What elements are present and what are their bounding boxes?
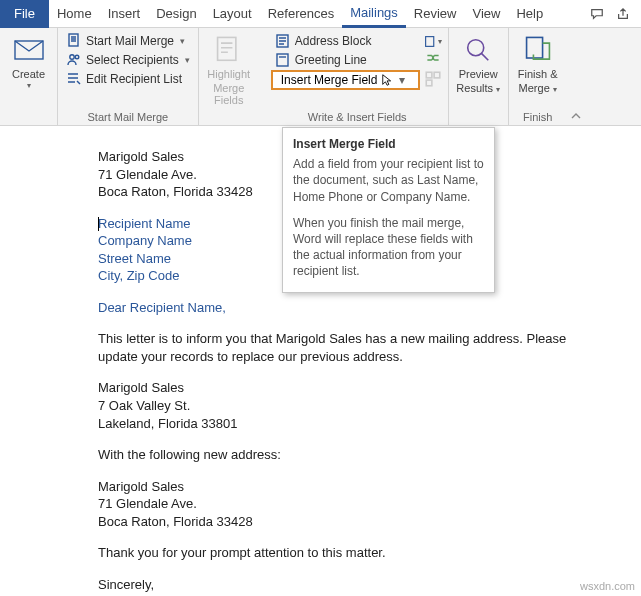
svg-rect-11 <box>426 80 432 86</box>
insert-merge-field-label: Insert Merge Field <box>281 73 378 87</box>
address-block-button[interactable]: Address Block <box>271 32 420 50</box>
ribbon: Create ▾ Start Mail Merge▾ Select Recipi… <box>0 28 641 126</box>
svg-rect-10 <box>434 72 440 78</box>
highlight-label-1: Highlight <box>207 68 250 80</box>
group-finish: Finish & Merge ▾ Finish <box>509 28 567 125</box>
group-highlight: Highlight Merge Fields <box>199 28 267 125</box>
svg-point-12 <box>468 40 484 56</box>
group-write-label: Write & Insert Fields <box>271 109 444 125</box>
svg-point-2 <box>70 55 74 59</box>
tab-home[interactable]: Home <box>49 0 100 28</box>
preview-label-2: Results <box>456 82 493 94</box>
tab-insert[interactable]: Insert <box>100 0 149 28</box>
highlight-merge-fields-button: Highlight Merge Fields <box>203 30 255 109</box>
list-edit-icon <box>66 71 82 87</box>
share-icon[interactable] <box>611 3 635 25</box>
document-icon <box>66 33 82 49</box>
magnifier-icon <box>462 34 494 66</box>
tab-bar: File Home Insert Design Layout Reference… <box>0 0 641 28</box>
comments-icon[interactable] <box>585 3 609 25</box>
tooltip-paragraph-1: Add a field from your recipient list to … <box>293 156 484 205</box>
start-mail-merge-button[interactable]: Start Mail Merge▾ <box>62 32 194 50</box>
file-tab[interactable]: File <box>0 0 49 28</box>
svg-rect-13 <box>526 37 542 58</box>
collapse-ribbon-button[interactable] <box>567 28 585 126</box>
match-fields-button[interactable] <box>424 52 442 68</box>
greeting-icon <box>275 52 291 68</box>
old-name: Marigold Sales <box>98 379 641 397</box>
followup-line: With the following new address: <box>98 446 641 464</box>
select-recipients-button[interactable]: Select Recipients▾ <box>62 51 194 69</box>
tab-references[interactable]: References <box>260 0 342 28</box>
edit-recipient-list-label: Edit Recipient List <box>86 72 182 86</box>
tab-layout[interactable]: Layout <box>205 0 260 28</box>
address-block-icon <box>275 33 291 49</box>
group-create-label <box>4 109 53 125</box>
group-start-mail-merge: Start Mail Merge▾ Select Recipients▾ Edi… <box>58 28 199 125</box>
create-label: Create <box>12 68 45 80</box>
new-address-block: Marigold Sales 71 Glendale Ave. Boca Rat… <box>98 478 641 531</box>
group-start-label: Start Mail Merge <box>62 109 194 125</box>
group-finish-label: Finish <box>513 109 563 125</box>
preview-results-button[interactable]: Preview Results ▾ <box>453 30 504 109</box>
tab-help[interactable]: Help <box>508 0 551 28</box>
new-name: Marigold Sales <box>98 478 641 496</box>
new-city: Boca Raton, Florida 33428 <box>98 513 641 531</box>
closing-line: Sincerely, <box>98 576 641 594</box>
thanks-line: Thank you for your prompt attention to t… <box>98 544 641 562</box>
group-create: Create ▾ <box>0 28 58 125</box>
tooltip-title: Insert Merge Field <box>293 136 484 152</box>
address-block-label: Address Block <box>295 34 372 48</box>
finish-merge-button[interactable]: Finish & Merge ▾ <box>513 30 563 109</box>
svg-rect-9 <box>426 72 432 78</box>
finish-label-2: Merge <box>519 82 550 94</box>
greeting-line-label: Greeting Line <box>295 53 367 67</box>
people-icon <box>66 52 82 68</box>
insert-merge-field-tooltip: Insert Merge Field Add a field from your… <box>282 127 495 293</box>
tooltip-paragraph-2: When you finish the mail merge, Word wil… <box>293 215 484 280</box>
tab-review[interactable]: Review <box>406 0 465 28</box>
start-mail-merge-label: Start Mail Merge <box>86 34 174 48</box>
group-preview: Preview Results ▾ <box>449 28 509 125</box>
group-write-insert: Address Block Greeting Line Insert Merge… <box>267 28 449 125</box>
preview-label-1: Preview <box>459 68 498 80</box>
old-street: 7 Oak Valley St. <box>98 397 641 415</box>
svg-rect-4 <box>217 37 235 60</box>
old-address-block: Marigold Sales 7 Oak Valley St. Lakeland… <box>98 379 641 432</box>
body-paragraph-1: This letter is to inform you that Marigo… <box>98 330 608 365</box>
envelope-icon <box>13 34 45 66</box>
tab-design[interactable]: Design <box>148 0 204 28</box>
svg-rect-1 <box>69 34 78 46</box>
field-recipient: Recipient Name <box>98 216 191 231</box>
svg-rect-8 <box>425 36 433 46</box>
highlight-icon <box>213 34 245 66</box>
insert-merge-field-button[interactable]: Insert Merge Field ▾ <box>271 70 420 90</box>
create-button[interactable]: Create ▾ <box>4 30 53 109</box>
tab-mailings[interactable]: Mailings <box>342 0 406 28</box>
old-city: Lakeland, Florida 33801 <box>98 415 641 433</box>
edit-recipient-list-button[interactable]: Edit Recipient List <box>62 70 194 88</box>
salutation: Dear Recipient Name, <box>98 299 641 317</box>
cursor-icon <box>381 73 395 87</box>
select-recipients-label: Select Recipients <box>86 53 179 67</box>
rules-button[interactable]: ▾ <box>424 33 442 49</box>
tab-view[interactable]: View <box>464 0 508 28</box>
update-labels-button[interactable] <box>424 71 442 87</box>
svg-rect-6 <box>277 54 288 66</box>
finish-icon <box>522 34 554 66</box>
greeting-line-button[interactable]: Greeting Line <box>271 51 420 69</box>
finish-label-1: Finish & <box>518 68 558 80</box>
watermark: wsxdn.com <box>580 580 635 592</box>
new-street: 71 Glendale Ave. <box>98 495 641 513</box>
highlight-label-2: Merge Fields <box>205 82 253 106</box>
svg-point-3 <box>75 55 79 59</box>
